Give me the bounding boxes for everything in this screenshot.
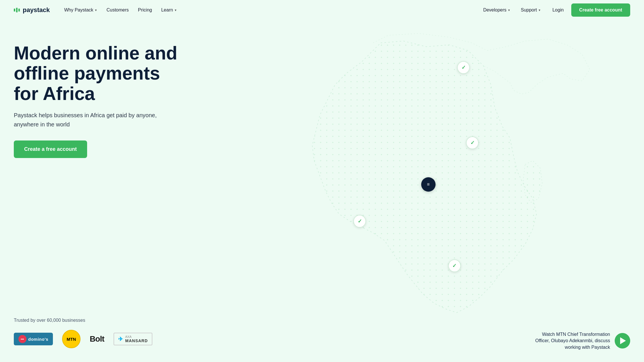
brand-logos: ■■■ domino's MTN Bolt ✈ AXA MA [14, 330, 152, 348]
chevron-down-icon: ▼ [508, 9, 511, 12]
video-cta: Watch MTN Chief Transformation Officer, … [527, 331, 630, 351]
trusted-text: Trusted by over 60,000 businesses [14, 318, 152, 323]
map-background: ✓ ✓ ≡ ✓ ✓ [205, 20, 644, 362]
chevron-down-icon: ▼ [95, 9, 97, 12]
logo-icon [14, 8, 20, 12]
logo-text: paystack [23, 6, 50, 14]
navbar: paystack Why Paystack ▼ Customers Pricin… [0, 0, 644, 20]
play-button[interactable] [615, 333, 630, 348]
nav-why-paystack[interactable]: Why Paystack ▼ [60, 5, 101, 15]
nav-support[interactable]: Support ▼ [517, 5, 545, 15]
nav-links: Why Paystack ▼ Customers Pricing Learn ▼ [60, 5, 181, 15]
video-cta-text: Watch MTN Chief Transformation Officer, … [527, 331, 610, 351]
bolt-logo: Bolt [90, 334, 104, 344]
hero-bottom: Trusted by over 60,000 businesses ■■■ do… [0, 318, 644, 362]
hero-cta-button[interactable]: Create a free account [14, 140, 87, 158]
create-account-button-nav[interactable]: Create free account [571, 3, 630, 17]
hero-title: Modern online and offline payments for A… [14, 43, 187, 104]
map-pin-5: ✓ [448, 259, 461, 272]
axa-logo: ✈ AXA MANSARD [114, 333, 153, 345]
nav-customers[interactable]: Customers [102, 5, 133, 15]
nav-learn[interactable]: Learn ▼ [157, 5, 181, 15]
hero-subtitle: Paystack helps businesses in Africa get … [14, 111, 163, 129]
chevron-down-icon: ▼ [538, 9, 541, 12]
nav-pricing[interactable]: Pricing [134, 5, 156, 15]
mtn-logo: MTN [62, 330, 80, 348]
trusted-section: Trusted by over 60,000 businesses ■■■ do… [14, 318, 152, 348]
hero-section: ✓ ✓ ≡ ✓ ✓ Modern online and offline paym… [0, 20, 644, 362]
login-button[interactable]: Login [547, 5, 569, 15]
navbar-right: Developers ▼ Support ▼ Login Create free… [479, 3, 630, 17]
nav-developers[interactable]: Developers ▼ [479, 5, 515, 15]
hero-content: Modern online and offline payments for A… [0, 20, 201, 170]
play-icon [620, 337, 626, 344]
map-pin-1: ✓ [457, 61, 470, 74]
map-pin-2: ✓ [466, 136, 479, 149]
dominos-logo: ■■■ domino's [14, 333, 53, 345]
chevron-down-icon: ▼ [174, 9, 177, 12]
navbar-left: paystack Why Paystack ▼ Customers Pricin… [14, 5, 181, 15]
logo[interactable]: paystack [14, 6, 50, 14]
map-pin-3: ≡ [421, 177, 436, 192]
